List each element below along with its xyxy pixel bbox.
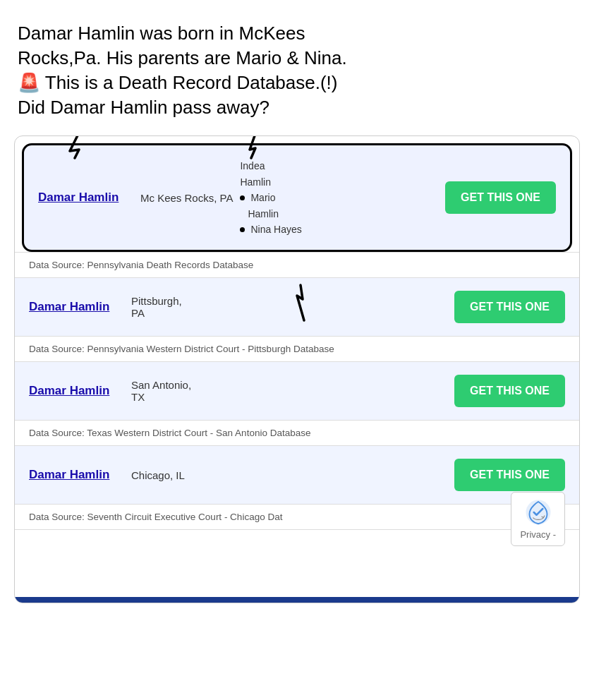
location-1: Mc Kees Rocks, PA (140, 192, 233, 204)
get-button-2[interactable]: GET THIS ONE (454, 291, 565, 323)
get-button-3[interactable]: GET THIS ONE (454, 375, 565, 407)
arrow-annotation-2 (229, 135, 285, 158)
post-text: Damar Hamlin was born in McKees Rocks,Pa… (14, 21, 580, 120)
get-button-1[interactable]: GET THIS ONE (445, 181, 556, 214)
location-4: Chicago, IL (131, 469, 216, 481)
data-source-4: Data Source: Seventh Circuit Executive C… (15, 504, 579, 530)
result-row-1: Damar Hamlin Mc Kees Rocks, PA IndeaHaml… (24, 145, 570, 250)
name-link-3[interactable]: Damar Hamlin (29, 384, 131, 398)
privacy-label: Privacy - (520, 529, 556, 540)
data-source-3: Data Source: Texas Western District Cour… (15, 420, 579, 446)
result-row-4: Damar Hamlin Chicago, IL GET THIS ONE (15, 446, 579, 504)
relatives-1: IndeaHamlin Mario Hamlin Nina Hayes (240, 158, 445, 237)
name-link-1[interactable]: Damar Hamlin (38, 191, 140, 205)
location-3: San Antonio,TX (131, 379, 216, 403)
arrow-annotation-1 (66, 135, 123, 158)
name-link-4[interactable]: Damar Hamlin (29, 468, 131, 482)
name-link-2[interactable]: Damar Hamlin (29, 300, 131, 314)
data-source-1: Data Source: Pennsylvania Death Records … (15, 252, 579, 278)
result-row-3: Damar Hamlin San Antonio,TX GET THIS ONE (15, 362, 579, 420)
results-card: Damar Hamlin Mc Kees Rocks, PA IndeaHaml… (14, 135, 580, 603)
privacy-badge: Privacy - (511, 492, 565, 546)
bottom-bar (15, 597, 579, 603)
data-source-2: Data Source: Pennsylvania Western Distri… (15, 336, 579, 362)
location-2: Pittsburgh,PA (131, 295, 216, 319)
arrow-annotation-3 (283, 285, 325, 320)
recaptcha-icon (524, 498, 552, 526)
get-button-4[interactable]: GET THIS ONE (454, 459, 565, 491)
